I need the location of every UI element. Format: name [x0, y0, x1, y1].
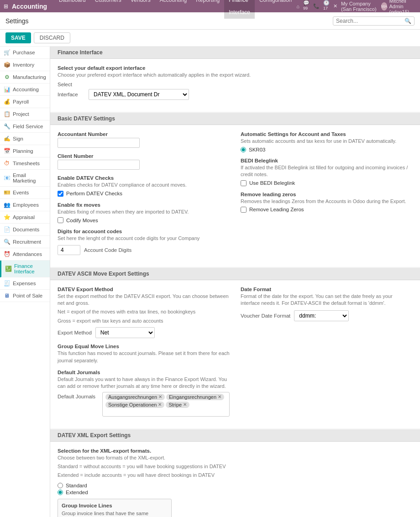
- messages-icon[interactable]: 💬99: [303, 0, 310, 12]
- perform-datev-checks-row: Perform DATEV Checks: [58, 191, 230, 197]
- remove-eingangs[interactable]: ✕: [218, 394, 221, 399]
- section-datev-xml-export: DATEV XML Export Settings Selection for …: [50, 429, 420, 517]
- basic-datev-left: Accountant Number Client Number Enable D…: [58, 131, 230, 260]
- search-input[interactable]: [336, 18, 404, 24]
- sidebar-label-appraisal: Appraisal: [13, 214, 35, 220]
- phone-icon[interactable]: 📞: [313, 3, 320, 9]
- nav-accounting[interactable]: Accounting: [155, 0, 191, 19]
- date-format-label: Date Format: [241, 287, 413, 292]
- group-equal-desc: This function has moved to account journ…: [58, 350, 230, 364]
- journals-tags[interactable]: Ausgangsrechnungen ✕ Eingangsrechnungen …: [102, 392, 230, 417]
- sidebar-item-recruitment[interactable]: 🔍 Recruitment: [0, 236, 50, 248]
- sidebar-item-payroll[interactable]: 💰 Payroll: [0, 96, 50, 108]
- digits-row: Account Code Digits: [58, 245, 230, 255]
- remove-ausgangs[interactable]: ✕: [158, 394, 162, 399]
- xml-desc1: Choose between two formats of the XML-ex…: [58, 454, 413, 461]
- discard-button[interactable]: DISCARD: [34, 32, 70, 43]
- remove-leading-zeros-checkbox[interactable]: [241, 207, 247, 213]
- standard-radio-row: Standard: [58, 483, 413, 488]
- timesheets-icon: ⏱: [4, 160, 10, 167]
- sidebar-item-field-service[interactable]: 🔧 Field Service: [0, 120, 50, 133]
- close-icon[interactable]: ✕: [333, 3, 337, 9]
- sidebar-label-attendances: Attendances: [13, 251, 42, 257]
- use-bedi-checkbox[interactable]: [241, 180, 247, 186]
- remove-leading-zeros-row: Remove Leading Zeros: [241, 207, 413, 213]
- section-datev-ascii-export-header: DATEV ASCII Move Export Settings: [50, 268, 420, 280]
- nav-dashboard[interactable]: Dashboard: [54, 0, 90, 19]
- save-button[interactable]: SAVE: [5, 32, 31, 43]
- interface-select[interactable]: DATEV XML, Document Dr DATEV ASCII: [89, 89, 189, 100]
- sidebar-item-project[interactable]: 📋 Project: [0, 108, 50, 120]
- sidebar-item-events[interactable]: 🎫 Events: [0, 187, 50, 199]
- sidebar-item-documents[interactable]: 📄 Documents: [0, 224, 50, 236]
- sidebar-item-purchase[interactable]: 🛒 Purchase: [0, 47, 50, 59]
- group-invoice-desc: Group invoice lines that have the same a…: [62, 510, 168, 517]
- voucher-date-label: Voucher Date Format: [241, 313, 290, 319]
- remove-sonstige[interactable]: ✕: [158, 402, 162, 407]
- appraisal-icon: ⭐: [4, 214, 10, 220]
- ascii-export-two-col: DATEV Export Method Set the export metho…: [58, 287, 413, 422]
- use-bedi-row: Use BEDI Beleglink: [241, 180, 413, 186]
- sidebar-item-inventory[interactable]: 📦 Inventory: [0, 59, 50, 71]
- enable-fix-moves-desc: Enables fixing of moves when they are im…: [58, 209, 230, 215]
- section-basic-datev: Basic DATEV Settings Accountant Number C…: [50, 113, 420, 266]
- nav-reporting[interactable]: Reporting: [191, 0, 224, 19]
- client-number-input[interactable]: [58, 160, 140, 170]
- perform-datev-checks-checkbox[interactable]: [58, 191, 63, 197]
- events-icon: 🎫: [4, 189, 10, 196]
- remove-stripe[interactable]: ✕: [183, 402, 187, 407]
- section-datev-xml-export-body: Selection for the XML-export formats. Ch…: [50, 442, 420, 517]
- voucher-date-select[interactable]: ddmm: dd.mm.yyyy yyyy-mm-dd: [294, 310, 349, 321]
- sidebar-item-sign[interactable]: ✍ Sign: [0, 133, 50, 145]
- sidebar-item-appraisal[interactable]: ⭐ Appraisal: [0, 211, 50, 224]
- home-icon[interactable]: ⌂: [296, 4, 299, 9]
- extended-label: Extended: [66, 490, 88, 495]
- xml-selection-group: Selection for the XML-export formats. Ch…: [58, 448, 413, 517]
- digits-input[interactable]: [58, 245, 80, 255]
- sidebar-label-finance-interface: Finance Interface: [14, 263, 46, 274]
- sidebar-item-expenses[interactable]: 🧾 Expenses: [0, 277, 50, 290]
- field-service-icon: 🔧: [4, 123, 10, 130]
- default-journals-desc: Default Journals you want to have always…: [58, 376, 230, 390]
- codify-moves-checkbox[interactable]: [58, 217, 63, 223]
- ascii-export-left: DATEV Export Method Set the export metho…: [58, 287, 230, 422]
- default-journals-group: Default Jorumals Default Journals you wa…: [58, 370, 230, 417]
- sidebar-item-timesheets[interactable]: ⏱ Timesheets: [0, 157, 50, 170]
- app-grid-icon[interactable]: ⊞: [4, 3, 8, 10]
- export-method-field-label: Export Method: [58, 330, 92, 335]
- topbar-right: ⌂ 💬99 📞 🕐17 ✕ My Company (San Francisco)…: [296, 0, 416, 15]
- sidebar-item-employees[interactable]: 👥 Employees: [0, 199, 50, 211]
- nav-configuration[interactable]: Configuration: [255, 0, 296, 19]
- nav-menu: Dashboard Customers Vendors Accounting R…: [54, 0, 296, 19]
- section-datev-ascii-export: DATEV ASCII Move Export Settings DATEV E…: [50, 268, 420, 428]
- skr03-radio[interactable]: [241, 147, 246, 152]
- journal-tag-ausgangs: Ausgangsrechnungen ✕: [105, 394, 165, 400]
- export-method-select[interactable]: Net Gross: [95, 327, 155, 338]
- sidebar-item-planning[interactable]: 📅 Planning: [0, 145, 50, 157]
- sidebar-item-pos[interactable]: 🖥 Point of Sale: [0, 290, 50, 302]
- sidebar-item-accounting[interactable]: 📊 Accounting: [0, 84, 50, 96]
- accountant-number-input[interactable]: [58, 138, 140, 148]
- clock-icon[interactable]: 🕐17: [323, 0, 330, 12]
- nav-customers[interactable]: Customers: [90, 0, 126, 19]
- nav-finance-interface[interactable]: Finance Interface: [224, 0, 255, 19]
- sidebar-item-finance-interface[interactable]: 💹 Finance Interface: [0, 261, 50, 277]
- interface-label: Interface: [58, 92, 85, 97]
- client-number-group: Client Number: [58, 153, 230, 170]
- sidebar-item-manufacturing[interactable]: ⚙ Manufacturing: [0, 71, 50, 84]
- extended-radio[interactable]: [58, 490, 63, 495]
- standard-radio[interactable]: [58, 483, 63, 488]
- sidebar-item-attendances[interactable]: ⏰ Attendances: [0, 248, 50, 261]
- sidebar-item-email-marketing[interactable]: 📧 Email Marketing: [0, 170, 50, 187]
- export-method-label: DATEV Export Method: [58, 287, 230, 292]
- bedi-group: BEDI Beleglink If activated the BEDI Bel…: [241, 158, 413, 186]
- search-box[interactable]: 🔍: [333, 16, 415, 26]
- export-method-desc: Set the export method for the DATEV ASCI…: [58, 293, 230, 307]
- journal-tag-sonstige: Sonstige Operationen ✕: [105, 402, 164, 408]
- accountant-number-label: Accountant Number: [58, 131, 230, 137]
- nav-vendors[interactable]: Vendors: [126, 0, 155, 19]
- select-label: Select: [58, 82, 72, 87]
- journals-tags-input[interactable]: [105, 409, 168, 415]
- auto-settings-label: Automatic Settings for Account and Taxes: [241, 131, 413, 137]
- sidebar-label-employees: Employees: [13, 202, 39, 208]
